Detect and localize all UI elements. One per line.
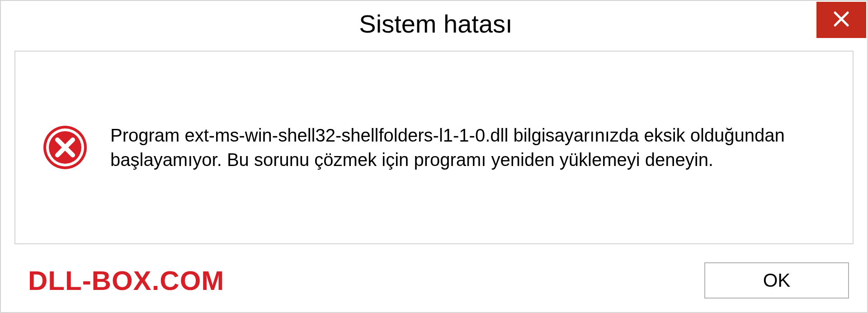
close-icon <box>832 10 850 30</box>
error-icon <box>42 125 88 170</box>
titlebar: Sistem hatası <box>1 1 867 46</box>
close-button[interactable] <box>816 2 866 38</box>
ok-button[interactable]: OK <box>704 262 849 299</box>
dialog-title: Sistem hatası <box>305 9 512 38</box>
error-message: Program ext-ms-win-shell32-shellfolders-… <box>110 123 826 172</box>
watermark-text: DLL-BOX.COM <box>28 265 224 296</box>
content-area: Program ext-ms-win-shell32-shellfolders-… <box>14 51 854 244</box>
error-dialog: Sistem hatası Program ext-ms-win-shell32… <box>0 0 868 313</box>
footer: DLL-BOX.COM OK <box>1 253 867 312</box>
